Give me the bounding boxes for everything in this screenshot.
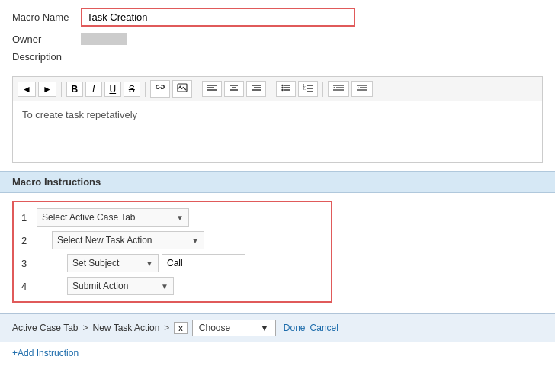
instruction-row-3: 3 Set Subject ▼ [21,254,323,272]
description-label: Description [12,51,81,63]
chevron-down-icon-3: ▼ [146,259,153,268]
instruction-row-2: 2 Select New Task Action ▼ [21,231,323,249]
undo-button[interactable]: ◄ [18,82,36,97]
row-num-3: 3 [21,258,37,269]
bold-button[interactable]: B [66,82,83,97]
bullet-list-button[interactable] [276,81,296,97]
breadcrumb-arrow-1: > [83,323,88,333]
instruction-row-4: 4 Submit Action ▼ [21,277,323,295]
instruction-row-1: 1 Select Active Case Tab ▼ [21,208,323,227]
breadcrumb-bar: Active Case Tab > New Task Action > x Ch… [0,313,555,342]
macro-name-label: Macro Name [12,11,81,23]
chevron-down-icon-4: ▼ [161,282,168,291]
macro-name-input[interactable] [81,8,355,27]
link-button[interactable] [150,80,170,98]
cancel-button[interactable]: Cancel [310,323,338,333]
editor-content[interactable]: To create task repetatively [13,101,542,162]
number-list-button[interactable]: 1.2. [298,81,318,97]
chevron-down-icon-choose: ▼ [260,323,269,333]
underline-button[interactable]: U [104,82,121,97]
set-subject-input[interactable] [162,254,245,272]
align-right-button[interactable] [246,81,266,97]
add-instruction-link[interactable]: +Add Instruction [12,348,79,358]
indent-increase-button[interactable] [351,81,373,97]
svg-point-12 [281,87,283,88]
breadcrumb-x-button[interactable]: x [174,322,188,334]
chevron-down-icon-1: ▼ [176,214,184,222]
align-left-button[interactable] [202,81,222,97]
svg-point-11 [281,85,283,86]
select-set-subject[interactable]: Set Subject ▼ [67,254,159,272]
macro-instructions-header: Macro Instructions [0,171,555,193]
owner-value [81,33,127,45]
svg-text:2.: 2. [303,86,306,91]
breadcrumb-choose-label: Choose [199,323,230,333]
align-center-button[interactable] [224,81,244,97]
breadcrumb-part2: New Task Action [93,323,160,333]
done-button[interactable]: Done [284,323,306,333]
svg-point-13 [281,89,283,91]
redo-button[interactable]: ► [38,82,56,97]
select-active-case-tab[interactable]: Select Active Case Tab ▼ [37,208,189,227]
chevron-down-icon-2: ▼ [191,236,199,245]
breadcrumb-part1: Active Case Tab [12,323,79,333]
image-button[interactable] [172,80,192,98]
breadcrumb-choose-dropdown[interactable]: Choose ▼ [192,320,276,336]
instruction-box: 1 Select Active Case Tab ▼ 2 Select New … [12,201,332,303]
select-new-task-action[interactable]: Select New Task Action ▼ [52,231,204,249]
owner-label: Owner [12,34,81,45]
select-submit-action[interactable]: Submit Action ▼ [67,277,174,295]
breadcrumb-arrow-2: > [164,323,169,333]
row-num-1: 1 [21,212,37,223]
strikethrough-button[interactable]: S [124,82,140,97]
add-instruction-area: +Add Instruction [0,342,555,363]
row-num-2: 2 [21,235,37,246]
select-submit-action-label: Submit Action [72,281,128,291]
select-set-subject-label: Set Subject [72,258,119,268]
row-num-4: 4 [21,281,37,292]
italic-button[interactable]: I [85,82,102,97]
editor-toolbar: ◄ ► B I U S [13,77,542,101]
select-new-task-action-label: Select New Task Action [57,235,152,246]
select-active-case-tab-label: Select Active Case Tab [42,212,136,223]
indent-decrease-button[interactable] [328,81,349,97]
